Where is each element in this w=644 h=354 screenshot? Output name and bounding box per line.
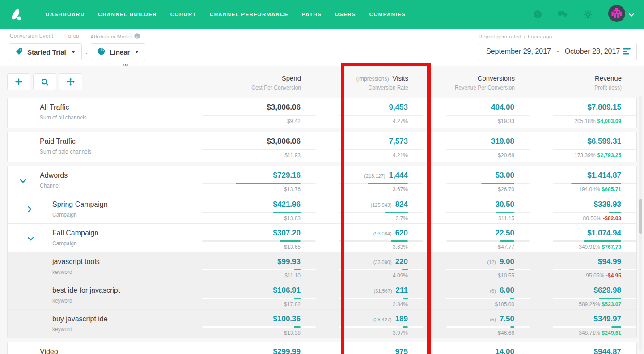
table-row-best-ide-for-javascript[interactable]: best ide for javascriptkeyword$106.91$17… [8, 281, 636, 309]
cell-revenue: $94.9995.05%-$4.95 [530, 252, 636, 281]
visits-value: 189 [395, 315, 408, 323]
app-logo-icon[interactable] [9, 8, 22, 21]
move-button[interactable] [59, 73, 82, 90]
spend-bar-track [202, 212, 316, 213]
conversion-event-dropdown[interactable]: Started Trial [9, 43, 82, 60]
revenue-subvalue: 194.04%$685.71 [530, 186, 621, 192]
cell-visits: (218,127)1,4443.67% [316, 166, 423, 195]
table-row-adwords[interactable]: AdwordsChannel$729.16$13.76(218,127)1,44… [8, 166, 636, 195]
cell-visits: (31,567)2112.84% [316, 281, 423, 309]
table-row-fall-campaign[interactable]: Fall CampaignCampaign$307.20$13.65(93,08… [8, 223, 636, 252]
conversion-event-label: Conversion Event [10, 33, 53, 38]
visits-value: 975 [395, 347, 408, 354]
pie-chart-icon [97, 47, 105, 56]
profit-value: $4,003.09 [597, 118, 621, 124]
table-toolbar [7, 73, 203, 94]
nav-item-cohort[interactable]: COHORT [170, 12, 196, 17]
add-prop-button[interactable]: + prop [64, 33, 79, 38]
cell-visits: 975 [316, 342, 423, 354]
table-row-all-traffic[interactable]: All TrafficSum of all channels$3,806.06$… [8, 98, 636, 128]
cell-revenue: $6,599.31173.39%$2,793.25 [530, 132, 636, 162]
revenue-value: $94.99 [598, 257, 621, 266]
attribution-model-value: Linear [110, 48, 130, 56]
spend-value: $299.99 [273, 347, 301, 354]
cell-spend: $99.93$11.10 [202, 252, 316, 281]
scrollbar-thumb[interactable] [639, 199, 642, 234]
spend-bar-track [202, 269, 316, 270]
spend-subvalue: $9.42 [202, 118, 301, 124]
spend-value: $100.36 [273, 315, 301, 323]
nav-item-channel-builder[interactable]: CHANNEL BUILDER [98, 12, 157, 17]
row-title: All Traffic [40, 103, 202, 111]
table-row-spring-campaign[interactable]: Spring CampaignCampaign$421.96$13.83(125… [8, 195, 636, 223]
visits-bar-fill [403, 326, 408, 328]
revenue-value: $944.87 [594, 347, 621, 354]
user-menu[interactable] [608, 5, 634, 24]
row-type-label: Channel [40, 183, 202, 189]
row-type-label: Campaign [52, 240, 202, 247]
visits-subvalue: 3.7% [316, 215, 408, 222]
add-channel-button[interactable] [7, 73, 30, 90]
visits-bar-track [339, 298, 423, 299]
spend-value: $106.91 [273, 286, 301, 294]
visits-subvalue: 3.63% [316, 244, 408, 250]
column-header-conversions[interactable]: Conversions Revenue Per Conversion [424, 73, 530, 94]
chevron-down-icon[interactable] [28, 235, 34, 243]
revenue-value: $339.93 [594, 200, 621, 209]
chevron-down-icon[interactable] [20, 177, 26, 185]
conversions-subvalue: $19.33 [423, 118, 514, 124]
table-row-buy-javascript-ide[interactable]: buy javascript idekeyword$100.36$13.38(2… [8, 309, 636, 338]
profit-percent: 194.04% [579, 186, 600, 192]
conversion-count: (5) [490, 317, 496, 322]
help-icon[interactable]: ? [533, 10, 542, 19]
chat-icon[interactable] [558, 10, 567, 19]
nav-item-paths[interactable]: PATHS [302, 12, 322, 17]
column-header-revenue[interactable]: Revenue Profit (loss) [530, 73, 637, 94]
chevron-right-icon[interactable] [28, 206, 32, 214]
filter-bar: Conversion Event + prop Attribution Mode… [0, 29, 644, 66]
cell-revenue: $944.87 [530, 342, 636, 354]
table-row-paid-traffic[interactable]: Paid TrafficSum of paid channels$3,806.0… [8, 132, 636, 162]
search-button[interactable] [33, 73, 56, 90]
caret-down-icon [72, 51, 75, 53]
revenue-value: $7,809.15 [587, 103, 621, 111]
conversions-bar-fill [481, 183, 514, 184]
date-options-icon[interactable] [617, 43, 636, 60]
date-range-picker[interactable]: September 29, 2017 - October 28, 2017 [478, 43, 637, 60]
profit-value: $249.61 [602, 330, 621, 336]
visits-bar-fill [391, 240, 408, 242]
nav-item-channel-performance[interactable]: CHANNEL PERFORMANCE [210, 12, 288, 17]
table-header: Spend Cost Per Conversion (Impressions)V… [7, 73, 637, 94]
attribution-model-dropdown[interactable]: Linear [91, 43, 145, 60]
nav-item-companies[interactable]: COMPANIES [369, 12, 406, 17]
table-row-video[interactable]: VideoChannel$299.9997514.00$944.87 [8, 342, 636, 354]
settings-gear-icon[interactable] [583, 10, 592, 19]
row-name-cell: best ide for javascriptkeyword [8, 281, 202, 309]
row-name-cell: javascript toolskeyword [8, 252, 202, 281]
conversions-value: 9.00 [500, 257, 514, 266]
row-title: Video [40, 348, 202, 354]
cell-visits: 9,4534.27% [316, 98, 423, 128]
cell-revenue: $349.97348.71%$249.61 [530, 310, 636, 338]
conversions-subvalue: $47.77 [423, 244, 514, 250]
cell-spend: $100.36$13.38 [202, 310, 316, 338]
nav-item-users[interactable]: USERS [335, 12, 356, 17]
visits-value: 9,453 [389, 103, 408, 111]
revenue-bar-fill [571, 183, 621, 184]
visits-bar-fill [368, 183, 408, 184]
cell-conversions: 22.50$47.77 [423, 224, 530, 252]
scrollbar[interactable] [639, 96, 642, 351]
conversions-subvalue: $46.66 [423, 330, 514, 336]
row-name-cell: AdwordsChannel [8, 166, 202, 195]
cell-conversions: (12)9.00$10.55 [423, 252, 530, 281]
profit-percent: 589.26% [579, 301, 600, 307]
conversions-value: 14.00 [495, 347, 514, 354]
column-header-spend[interactable]: Spend Cost Per Conversion [203, 73, 316, 94]
revenue-subvalue: 205.18%$4,003.09 [530, 118, 621, 124]
top-nav: DASHBOARDCHANNEL BUILDERCOHORTCHANNEL PE… [0, 0, 644, 29]
table-row-javascript-tools[interactable]: javascript toolskeyword$99.93$11.10(33,0… [8, 252, 636, 281]
info-icon[interactable]: i [134, 33, 140, 40]
revenue-value: $349.97 [594, 315, 621, 323]
column-header-visits[interactable]: (Impressions)Visits Conversion Rate [316, 73, 424, 94]
nav-item-dashboard[interactable]: DASHBOARD [46, 12, 85, 17]
